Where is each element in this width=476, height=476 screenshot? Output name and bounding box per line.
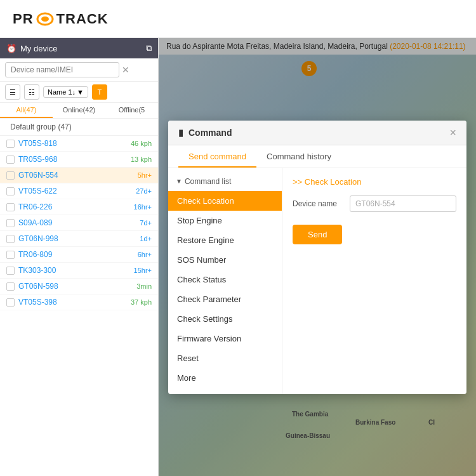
filter-tab-offline[interactable]: Offline(5	[105, 103, 158, 118]
modal-overlay: ▮ Command × Send command Command history…	[159, 38, 476, 476]
device-status: 27d+	[136, 187, 152, 195]
device-row[interactable]: GT06N-598 3min	[0, 279, 158, 294]
filter-tab-all[interactable]: All(47)	[0, 103, 53, 118]
list-icon-button[interactable]: ☰	[5, 84, 20, 100]
tab-command-history[interactable]: Command history	[256, 145, 341, 168]
device-name-row: Device name	[293, 195, 456, 212]
sort-arrow-icon: ▼	[77, 88, 84, 96]
command-right-panel: >> Check Location Device name Send	[282, 168, 466, 394]
command-item[interactable]: SOS Number	[168, 250, 282, 270]
map-area: Rua do Aspirante Mota Freitas, Madeira I…	[159, 38, 476, 476]
device-row-left: VT05S-818	[6, 139, 57, 148]
device-status: 46 kph	[131, 140, 152, 147]
device-row[interactable]: TR05S-968 13 kph	[0, 152, 158, 168]
device-row[interactable]: VT05S-818 46 kph	[0, 136, 158, 152]
device-name: GT06N-554	[18, 171, 58, 180]
device-status: 5hr+	[138, 171, 152, 179]
device-row[interactable]: TR06-809 6hr+	[0, 247, 158, 263]
sidebar: ⏰ My device ⧉ ✕ ☰ ☷ Name 1↓ ▼ T All(47) …	[0, 38, 159, 476]
sort-button[interactable]: Name 1↓ ▼	[43, 86, 88, 98]
device-status: 1d+	[140, 235, 152, 242]
device-row-left: GT06N-598	[6, 282, 58, 291]
device-row[interactable]: TK303-300 15hr+	[0, 263, 158, 279]
device-row-left: TK303-300	[6, 266, 56, 275]
modal-title-container: ▮ Command	[178, 128, 232, 138]
device-row-left: VT05S-398	[6, 298, 57, 307]
device-status: 6hr+	[138, 251, 152, 258]
command-item[interactable]: Check Settings	[168, 309, 282, 329]
device-name: TR05S-968	[18, 155, 57, 164]
filter-button[interactable]: T	[92, 84, 107, 100]
device-row[interactable]: VT05S-622 27d+	[0, 183, 158, 199]
svg-point-1	[41, 17, 49, 22]
clear-search-button[interactable]: ✕	[122, 65, 129, 75]
command-item[interactable]: Check Parameter	[168, 289, 282, 309]
device-name: VT05S-818	[18, 139, 57, 148]
device-row-left: TR06-809	[6, 250, 52, 259]
logo: PR TRACK	[13, 11, 109, 27]
device-checkbox[interactable]	[6, 203, 15, 211]
header: PR TRACK	[0, 0, 476, 38]
tab-send-command[interactable]: Send command	[178, 145, 256, 168]
modal-tabs: Send command Command history	[168, 145, 466, 168]
device-name-input[interactable]	[350, 195, 456, 212]
device-status: 15hr+	[134, 267, 152, 274]
device-row[interactable]: TR06-226 16hr+	[0, 199, 158, 215]
device-checkbox[interactable]	[6, 251, 15, 259]
device-checkbox[interactable]	[6, 140, 15, 148]
device-status: 7d+	[140, 219, 152, 227]
device-name: VT05S-398	[18, 298, 57, 307]
device-list: Default group (47) VT05S-818 46 kph TR05…	[0, 119, 158, 476]
command-item[interactable]: Check Status	[168, 270, 282, 289]
device-name: GT06N-598	[18, 282, 58, 291]
command-list-label: Command list	[185, 177, 231, 186]
filter-tab-online[interactable]: Online(42)	[53, 103, 105, 118]
device-status: 37 kph	[131, 298, 152, 306]
device-checkbox[interactable]	[6, 187, 15, 195]
sort-label: Name 1↓	[48, 88, 76, 96]
device-row[interactable]: S09A-089 7d+	[0, 215, 158, 231]
device-name-label: Device name	[293, 199, 343, 208]
grid-icon-button[interactable]: ☷	[24, 84, 39, 100]
selected-command-label: >> Check Location	[293, 177, 456, 187]
main-layout: ⏰ My device ⧉ ✕ ☰ ☷ Name 1↓ ▼ T All(47) …	[0, 38, 476, 476]
modal-body: ▼ Command list Check LocationStop Engine…	[168, 168, 466, 394]
search-input[interactable]	[5, 62, 119, 77]
device-name: TK303-300	[18, 266, 56, 275]
command-item[interactable]: Firmware Version	[168, 329, 282, 348]
command-item[interactable]: Reset	[168, 348, 282, 368]
command-item[interactable]: Check Location	[168, 191, 282, 211]
send-button[interactable]: Send	[293, 225, 342, 244]
device-checkbox[interactable]	[6, 235, 15, 243]
device-row[interactable]: GT06N-554 5hr+	[0, 168, 158, 183]
device-status: 13 kph	[131, 155, 152, 163]
device-name: S09A-089	[18, 218, 52, 227]
modal-close-button[interactable]: ×	[449, 127, 456, 138]
command-item[interactable]: Restore Engine	[168, 230, 282, 250]
device-checkbox[interactable]	[6, 219, 15, 227]
modal-header: ▮ Command ×	[168, 121, 466, 145]
logo-text-pre: PR	[13, 11, 34, 27]
sidebar-collapse-icon[interactable]: ⧉	[146, 43, 152, 53]
device-checkbox[interactable]	[6, 282, 15, 291]
device-name: TR06-809	[18, 250, 52, 259]
command-list-arrow-icon: ▼	[176, 178, 182, 185]
device-checkbox[interactable]	[6, 155, 15, 164]
command-item[interactable]: Stop Engine	[168, 211, 282, 230]
device-checkbox[interactable]	[6, 298, 15, 307]
device-checkbox[interactable]	[6, 267, 15, 275]
device-row-left: VT05S-622	[6, 187, 57, 195]
device-group: Default group (47)	[0, 119, 158, 136]
command-list-panel: ▼ Command list Check LocationStop Engine…	[168, 168, 282, 394]
sidebar-title: My device	[20, 44, 58, 53]
command-list-header: ▼ Command list	[168, 175, 282, 191]
device-row-left: GT06N-554	[6, 171, 58, 180]
device-checkbox[interactable]	[6, 171, 15, 180]
sidebar-search: ✕	[0, 58, 158, 82]
device-row[interactable]: GT06N-998 1d+	[0, 231, 158, 247]
device-name: VT05S-622	[18, 187, 57, 195]
sidebar-header-left: ⏰ My device	[6, 44, 58, 53]
device-row[interactable]: VT05S-398 37 kph	[0, 294, 158, 310]
command-item[interactable]: More	[168, 368, 282, 388]
modal-title: Command	[188, 128, 232, 138]
